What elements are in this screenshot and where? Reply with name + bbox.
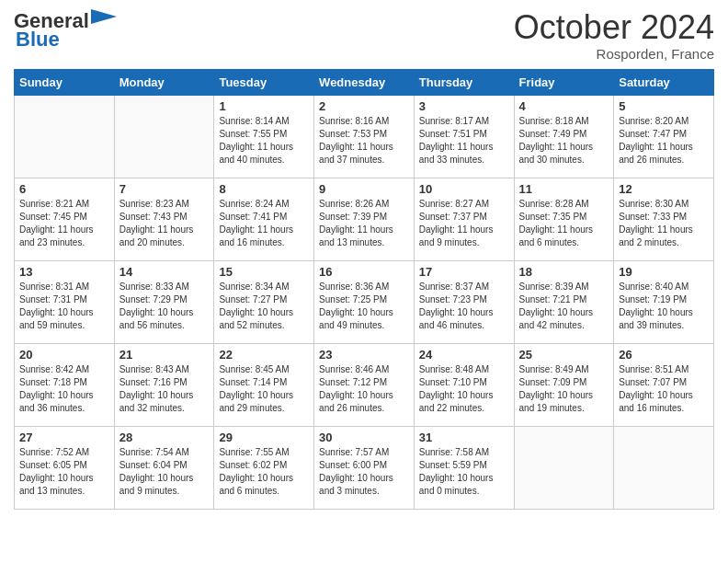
calendar-cell: 24Sunrise: 8:48 AM Sunset: 7:10 PM Dayli… xyxy=(414,343,514,426)
day-info: Sunrise: 7:58 AM Sunset: 5:59 PM Dayligh… xyxy=(419,446,509,498)
calendar-week-row: 1Sunrise: 8:14 AM Sunset: 7:55 PM Daylig… xyxy=(15,95,714,178)
calendar-cell: 9Sunrise: 8:26 AM Sunset: 7:39 PM Daylig… xyxy=(314,178,415,260)
day-info: Sunrise: 8:42 AM Sunset: 7:18 PM Dayligh… xyxy=(19,363,109,415)
day-number: 14 xyxy=(119,265,210,279)
day-info: Sunrise: 8:34 AM Sunset: 7:27 PM Dayligh… xyxy=(219,281,309,332)
day-info: Sunrise: 8:27 AM Sunset: 7:37 PM Dayligh… xyxy=(419,198,509,249)
day-number: 24 xyxy=(419,348,509,362)
calendar-week-row: 6Sunrise: 8:21 AM Sunset: 7:45 PM Daylig… xyxy=(15,178,714,260)
day-info: Sunrise: 8:28 AM Sunset: 7:35 PM Dayligh… xyxy=(519,198,609,249)
day-info: Sunrise: 8:49 AM Sunset: 7:09 PM Dayligh… xyxy=(519,363,609,415)
day-info: Sunrise: 8:30 AM Sunset: 7:33 PM Dayligh… xyxy=(619,198,709,249)
day-info: Sunrise: 8:24 AM Sunset: 7:41 PM Dayligh… xyxy=(219,198,309,249)
day-info: Sunrise: 8:40 AM Sunset: 7:19 PM Dayligh… xyxy=(619,281,709,332)
calendar-cell: 17Sunrise: 8:37 AM Sunset: 7:23 PM Dayli… xyxy=(414,260,514,343)
day-info: Sunrise: 7:57 AM Sunset: 6:00 PM Dayligh… xyxy=(319,446,409,498)
day-info: Sunrise: 8:51 AM Sunset: 7:07 PM Dayligh… xyxy=(619,363,709,415)
calendar-week-row: 13Sunrise: 8:31 AM Sunset: 7:31 PM Dayli… xyxy=(15,260,714,343)
calendar-cell: 28Sunrise: 7:54 AM Sunset: 6:04 PM Dayli… xyxy=(114,426,214,509)
day-number: 1 xyxy=(219,99,309,113)
header: General Blue October 2024 Rosporden, Fra… xyxy=(14,9,714,62)
calendar-cell: 18Sunrise: 8:39 AM Sunset: 7:21 PM Dayli… xyxy=(514,260,614,343)
day-info: Sunrise: 8:31 AM Sunset: 7:31 PM Dayligh… xyxy=(19,281,109,332)
day-number: 15 xyxy=(219,265,309,279)
month-title: October 2024 xyxy=(514,9,714,46)
calendar-cell: 12Sunrise: 8:30 AM Sunset: 7:33 PM Dayli… xyxy=(614,178,714,260)
day-number: 11 xyxy=(519,182,609,196)
day-info: Sunrise: 8:17 AM Sunset: 7:51 PM Dayligh… xyxy=(419,115,509,167)
weekday-header-sunday: Sunday xyxy=(15,69,115,95)
calendar-cell: 5Sunrise: 8:20 AM Sunset: 7:47 PM Daylig… xyxy=(614,95,714,178)
calendar-page: General Blue October 2024 Rosporden, Fra… xyxy=(0,0,728,523)
calendar-cell: 20Sunrise: 8:42 AM Sunset: 7:18 PM Dayli… xyxy=(15,343,115,426)
calendar-cell xyxy=(614,426,714,509)
location: Rosporden, France xyxy=(514,46,714,62)
day-number: 13 xyxy=(19,265,109,279)
day-info: Sunrise: 8:39 AM Sunset: 7:21 PM Dayligh… xyxy=(519,281,609,332)
day-number: 10 xyxy=(419,182,509,196)
calendar-header-row: SundayMondayTuesdayWednesdayThursdayFrid… xyxy=(15,69,714,95)
calendar-cell xyxy=(15,95,115,178)
logo-blue: Blue xyxy=(16,28,60,52)
calendar-table: SundayMondayTuesdayWednesdayThursdayFrid… xyxy=(14,69,714,510)
logo: General Blue xyxy=(14,9,117,52)
weekday-header-friday: Friday xyxy=(514,69,614,95)
calendar-cell: 21Sunrise: 8:43 AM Sunset: 7:16 PM Dayli… xyxy=(114,343,214,426)
day-info: Sunrise: 8:23 AM Sunset: 7:43 PM Dayligh… xyxy=(119,198,210,249)
calendar-cell: 22Sunrise: 8:45 AM Sunset: 7:14 PM Dayli… xyxy=(214,343,314,426)
day-number: 5 xyxy=(619,99,709,113)
day-number: 21 xyxy=(119,348,210,362)
calendar-cell: 23Sunrise: 8:46 AM Sunset: 7:12 PM Dayli… xyxy=(314,343,415,426)
calendar-cell: 15Sunrise: 8:34 AM Sunset: 7:27 PM Dayli… xyxy=(214,260,314,343)
day-number: 4 xyxy=(519,99,609,113)
day-number: 8 xyxy=(219,182,309,196)
calendar-cell xyxy=(114,95,214,178)
calendar-cell: 6Sunrise: 8:21 AM Sunset: 7:45 PM Daylig… xyxy=(15,178,115,260)
calendar-cell: 27Sunrise: 7:52 AM Sunset: 6:05 PM Dayli… xyxy=(15,426,115,509)
day-number: 26 xyxy=(619,348,709,362)
calendar-cell: 4Sunrise: 8:18 AM Sunset: 7:49 PM Daylig… xyxy=(514,95,614,178)
day-number: 18 xyxy=(519,265,609,279)
day-info: Sunrise: 8:16 AM Sunset: 7:53 PM Dayligh… xyxy=(319,115,409,167)
day-info: Sunrise: 7:52 AM Sunset: 6:05 PM Dayligh… xyxy=(19,446,109,498)
day-info: Sunrise: 8:18 AM Sunset: 7:49 PM Dayligh… xyxy=(519,115,609,167)
calendar-week-row: 27Sunrise: 7:52 AM Sunset: 6:05 PM Dayli… xyxy=(15,426,714,509)
calendar-cell: 1Sunrise: 8:14 AM Sunset: 7:55 PM Daylig… xyxy=(214,95,314,178)
calendar-week-row: 20Sunrise: 8:42 AM Sunset: 7:18 PM Dayli… xyxy=(15,343,714,426)
calendar-cell: 16Sunrise: 8:36 AM Sunset: 7:25 PM Dayli… xyxy=(314,260,415,343)
day-number: 28 xyxy=(119,431,210,444)
calendar-cell xyxy=(514,426,614,509)
calendar-cell: 13Sunrise: 8:31 AM Sunset: 7:31 PM Dayli… xyxy=(15,260,115,343)
title-area: October 2024 Rosporden, France xyxy=(514,9,714,62)
day-number: 20 xyxy=(19,348,109,362)
day-number: 17 xyxy=(419,265,509,279)
day-info: Sunrise: 8:36 AM Sunset: 7:25 PM Dayligh… xyxy=(319,281,409,332)
calendar-cell: 14Sunrise: 8:33 AM Sunset: 7:29 PM Dayli… xyxy=(114,260,214,343)
calendar-cell: 19Sunrise: 8:40 AM Sunset: 7:19 PM Dayli… xyxy=(614,260,714,343)
calendar-cell: 26Sunrise: 8:51 AM Sunset: 7:07 PM Dayli… xyxy=(614,343,714,426)
day-number: 9 xyxy=(319,182,409,196)
day-info: Sunrise: 8:26 AM Sunset: 7:39 PM Dayligh… xyxy=(319,198,409,249)
day-number: 7 xyxy=(119,182,210,196)
day-info: Sunrise: 8:46 AM Sunset: 7:12 PM Dayligh… xyxy=(319,363,409,415)
day-number: 3 xyxy=(419,99,509,113)
day-info: Sunrise: 8:37 AM Sunset: 7:23 PM Dayligh… xyxy=(419,281,509,332)
day-number: 30 xyxy=(319,431,409,444)
day-info: Sunrise: 8:48 AM Sunset: 7:10 PM Dayligh… xyxy=(419,363,509,415)
day-number: 29 xyxy=(219,431,309,444)
calendar-cell: 10Sunrise: 8:27 AM Sunset: 7:37 PM Dayli… xyxy=(414,178,514,260)
svg-marker-0 xyxy=(91,9,117,24)
logo-flag-icon xyxy=(91,9,117,29)
calendar-cell: 8Sunrise: 8:24 AM Sunset: 7:41 PM Daylig… xyxy=(214,178,314,260)
weekday-header-saturday: Saturday xyxy=(614,69,714,95)
day-number: 25 xyxy=(519,348,609,362)
weekday-header-thursday: Thursday xyxy=(414,69,514,95)
day-info: Sunrise: 8:21 AM Sunset: 7:45 PM Dayligh… xyxy=(19,198,109,249)
day-info: Sunrise: 7:55 AM Sunset: 6:02 PM Dayligh… xyxy=(219,446,309,498)
day-number: 2 xyxy=(319,99,409,113)
day-number: 16 xyxy=(319,265,409,279)
day-info: Sunrise: 7:54 AM Sunset: 6:04 PM Dayligh… xyxy=(119,446,210,498)
day-number: 22 xyxy=(219,348,309,362)
day-info: Sunrise: 8:45 AM Sunset: 7:14 PM Dayligh… xyxy=(219,363,309,415)
calendar-cell: 31Sunrise: 7:58 AM Sunset: 5:59 PM Dayli… xyxy=(414,426,514,509)
